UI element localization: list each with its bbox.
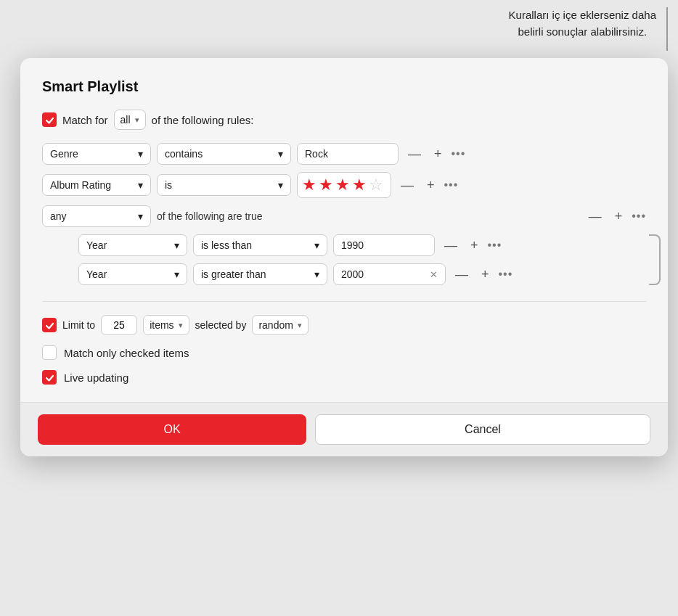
star-4[interactable]: ★ — [352, 176, 367, 194]
album-rating-condition-label: is — [165, 179, 172, 191]
rules-container: Genre ▾ contains ▾ — + ••• Album Rating … — [42, 143, 646, 285]
album-rating-stars[interactable]: ★ ★ ★ ★ ☆ — [297, 172, 391, 198]
rule-row-genre: Genre ▾ contains ▾ — + ••• — [42, 143, 646, 165]
star-3[interactable]: ★ — [335, 176, 350, 194]
any-row-label: of the following are true — [157, 210, 263, 222]
genre-field-select[interactable]: Genre ▾ — [42, 143, 151, 165]
smart-playlist-dialog: Smart Playlist Match for all ▾ of the fo… — [20, 58, 668, 456]
nested-rules-container: Year ▾ is less than ▾ — + ••• — [78, 234, 646, 285]
year-lt-plus-button[interactable]: + — [467, 237, 482, 253]
genre-field-label: Genre — [50, 148, 78, 160]
nested-bracket — [649, 234, 661, 285]
nested-rules: Year ▾ is less than ▾ — + ••• — [78, 234, 646, 285]
dialog-content: Smart Playlist Match for all ▾ of the fo… — [20, 58, 668, 402]
year-gt-minus-button[interactable]: — — [452, 266, 472, 282]
genre-minus-button[interactable]: — — [404, 146, 425, 162]
match-checked-checkbox[interactable] — [42, 345, 57, 360]
album-rating-field-select[interactable]: Album Rating ▾ — [42, 174, 151, 196]
album-rating-minus-button[interactable]: — — [397, 177, 417, 193]
year-gt-value: 2000 — [341, 268, 364, 280]
any-minus-button[interactable]: — — [585, 208, 605, 224]
year-lt-value-input[interactable] — [333, 234, 435, 256]
year-gt-condition-label: is greater than — [201, 268, 266, 280]
live-updating-label: Live updating — [64, 371, 128, 384]
year-gt-value-container: 2000 ✕ — [333, 263, 446, 285]
year-lt-chevron-icon: ▾ — [174, 239, 179, 251]
live-updating-checkbox[interactable] — [42, 370, 57, 385]
selected-by-value: random — [258, 319, 293, 331]
tooltip-line1: Kuralları iç içe eklerseniz daha — [509, 9, 656, 21]
year-gt-field-label: Year — [86, 268, 107, 280]
album-rating-more-button[interactable]: ••• — [444, 178, 459, 192]
star-2[interactable]: ★ — [319, 176, 333, 194]
dialog-footer: OK Cancel — [20, 402, 668, 456]
genre-condition-select[interactable]: contains ▾ — [157, 143, 291, 165]
match-row: Match for all ▾ of the following rules: — [42, 110, 646, 130]
any-field-select[interactable]: any ▾ — [42, 205, 151, 227]
any-plus-button[interactable]: + — [611, 208, 626, 224]
match-value: all — [121, 114, 131, 126]
genre-value-input[interactable] — [297, 143, 399, 165]
divider — [42, 301, 646, 302]
tooltip-line2: belirli sonuçlar alabilirsiniz. — [518, 25, 647, 38]
any-chevron-icon: ▾ — [138, 210, 143, 222]
year-gt-cond-chevron-icon: ▾ — [314, 268, 319, 280]
match-label-after: of the following rules: — [152, 114, 254, 126]
tooltip-text: Kuralları iç içe eklerseniz daha belirli… — [509, 7, 656, 40]
album-rating-condition-select[interactable]: is ▾ — [157, 174, 291, 196]
genre-cond-chevron-icon: ▾ — [278, 148, 283, 160]
album-rating-label: Album Rating — [50, 179, 111, 191]
year-gt-more-button[interactable]: ••• — [499, 268, 513, 281]
year-lt-more-button[interactable]: ••• — [488, 239, 502, 252]
year-lt-field-select[interactable]: Year ▾ — [78, 234, 187, 256]
match-checked-label: Match only checked items — [64, 347, 189, 359]
limit-unit-chevron-icon: ▾ — [179, 321, 183, 330]
nested-rule-year-gt: Year ▾ is greater than ▾ 2000 ✕ — + — [78, 263, 646, 285]
year-gt-condition-select[interactable]: is greater than ▾ — [193, 263, 327, 285]
rule-row-any: any ▾ of the following are true — + ••• — [42, 205, 646, 227]
selected-by-label: selected by — [195, 319, 247, 331]
year-lt-minus-button[interactable]: — — [441, 237, 461, 253]
any-field-label: any — [50, 210, 67, 222]
live-updating-row: Live updating — [42, 370, 646, 385]
album-rating-chevron-icon: ▾ — [138, 179, 143, 191]
limit-unit-select[interactable]: items ▾ — [143, 315, 189, 335]
ok-button[interactable]: OK — [38, 414, 306, 445]
nested-rule-year-lt: Year ▾ is less than ▾ — + ••• — [78, 234, 646, 256]
match-checkbox[interactable] — [42, 112, 57, 127]
match-label-before: Match for — [62, 114, 108, 126]
year-lt-condition-label: is less than — [201, 239, 252, 251]
genre-plus-button[interactable]: + — [430, 146, 446, 162]
genre-more-button[interactable]: ••• — [452, 147, 466, 160]
year-lt-field-label: Year — [86, 239, 107, 251]
selected-by-select[interactable]: random ▾ — [252, 315, 308, 335]
cancel-button[interactable]: Cancel — [315, 414, 650, 445]
selected-by-chevron-icon: ▾ — [298, 321, 302, 330]
limit-value-input[interactable] — [101, 315, 137, 335]
genre-chevron-icon: ▾ — [138, 148, 143, 160]
any-more-button[interactable]: ••• — [632, 210, 646, 223]
rule-row-album-rating: Album Rating ▾ is ▾ ★ ★ ★ ★ ☆ — + ••• — [42, 172, 646, 198]
limit-label: Limit to — [62, 319, 95, 331]
match-all-select[interactable]: all ▾ — [114, 110, 146, 130]
star-5[interactable]: ☆ — [369, 176, 383, 194]
match-chevron-icon: ▾ — [135, 115, 139, 125]
year-lt-condition-select[interactable]: is less than ▾ — [193, 234, 327, 256]
album-rating-plus-button[interactable]: + — [423, 177, 438, 193]
limit-row: Limit to items ▾ selected by random ▾ — [42, 315, 646, 335]
limit-unit-label: items — [150, 319, 173, 331]
year-lt-cond-chevron-icon: ▾ — [314, 239, 319, 251]
year-gt-field-select[interactable]: Year ▾ — [78, 263, 187, 285]
year-gt-clear-icon[interactable]: ✕ — [430, 269, 438, 280]
tooltip-line-decoration — [666, 7, 668, 51]
year-gt-chevron-icon: ▾ — [174, 268, 179, 280]
dialog-title: Smart Playlist — [42, 78, 646, 95]
album-rating-cond-chevron-icon: ▾ — [278, 179, 283, 191]
genre-condition-label: contains — [165, 148, 203, 160]
limit-checkbox[interactable] — [42, 318, 57, 332]
year-gt-plus-button[interactable]: + — [478, 266, 493, 282]
star-1[interactable]: ★ — [302, 176, 316, 194]
match-checked-row: Match only checked items — [42, 345, 646, 360]
